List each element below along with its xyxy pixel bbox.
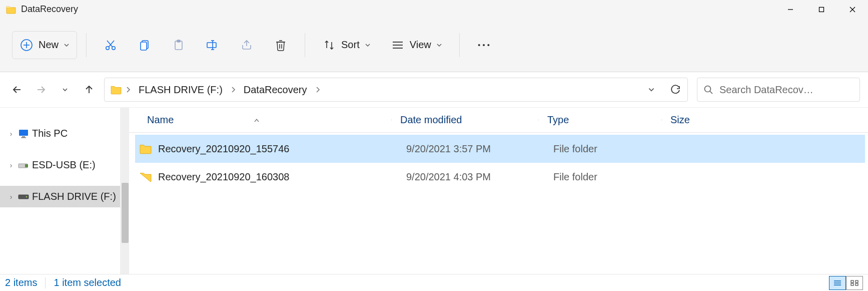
tree-item-flash-drive[interactable]: › FLASH DRIVE (F:) (0, 186, 129, 207)
column-label: Size (670, 114, 690, 125)
file-name: Recovery_20210920_155746 (158, 143, 289, 155)
address-history-button[interactable] (639, 78, 663, 101)
maximize-button[interactable] (806, 1, 837, 19)
status-separator (45, 277, 46, 288)
breadcrumb-item[interactable]: FLASH DRIVE (F:) (135, 81, 227, 99)
trash-icon (274, 38, 288, 52)
svg-point-33 (705, 86, 711, 92)
chevron-right-icon[interactable] (229, 86, 238, 93)
folder-icon (111, 85, 122, 95)
file-date: 9/20/2021 4:03 PM (397, 171, 544, 183)
column-size[interactable]: Size (661, 114, 868, 126)
column-label: Name (147, 114, 174, 126)
forward-button[interactable] (32, 81, 50, 99)
address-bar[interactable]: FLASH DRIVE (F:) DataRecovery (104, 78, 688, 102)
back-button[interactable] (8, 81, 26, 99)
clipboard-icon (172, 38, 186, 52)
svg-rect-1 (819, 7, 824, 12)
copy-icon (138, 38, 152, 52)
chevron-down-icon (436, 42, 442, 48)
breadcrumb-item[interactable]: DataRecovery (240, 81, 311, 99)
svg-point-27 (478, 44, 480, 46)
monitor-icon (18, 128, 29, 139)
expand-icon[interactable]: › (7, 130, 15, 138)
cut-button[interactable] (96, 31, 126, 59)
recent-locations-button[interactable] (56, 81, 74, 99)
folder-icon (139, 171, 152, 182)
column-type[interactable]: Type (538, 114, 661, 126)
rename-icon (206, 38, 220, 52)
svg-rect-39 (25, 164, 28, 167)
svg-rect-36 (22, 136, 25, 137)
svg-rect-47 (851, 283, 853, 285)
tree-item-label: FLASH DRIVE (F:) (32, 191, 116, 202)
delete-button[interactable] (266, 31, 296, 59)
minimize-button[interactable] (775, 1, 806, 19)
drive-icon (18, 191, 29, 202)
file-row[interactable]: Recovery_20210920_160308 9/20/2021 4:03 … (135, 163, 865, 191)
tree-item-label: This PC (32, 128, 68, 139)
titlebar: DataRecovery (0, 0, 868, 18)
column-label: Type (547, 114, 569, 125)
window-title: DataRecovery (21, 4, 78, 15)
share-button[interactable] (232, 31, 262, 59)
chevron-right-icon[interactable] (313, 86, 322, 93)
view-button[interactable]: View (383, 31, 450, 59)
copy-button[interactable] (130, 31, 160, 59)
svg-point-29 (487, 44, 489, 46)
folder-icon (6, 5, 16, 14)
tree-item-label: ESD-USB (E:) (32, 159, 96, 171)
more-icon (477, 38, 491, 52)
up-button[interactable] (80, 81, 98, 99)
list-icon (391, 38, 405, 52)
svg-rect-14 (177, 40, 180, 42)
path-row: FLASH DRIVE (F:) DataRecovery (0, 72, 868, 107)
thumbnails-view-button[interactable] (846, 276, 863, 290)
refresh-button[interactable] (663, 78, 687, 101)
expand-icon[interactable]: › (7, 193, 15, 201)
tree-item-esd-usb[interactable]: › ESD-USB (E:) (0, 154, 129, 176)
details-view-button[interactable] (829, 276, 846, 290)
folder-icon (139, 143, 152, 154)
more-button[interactable] (469, 31, 499, 59)
search-input[interactable] (719, 84, 853, 96)
chevron-right-icon[interactable] (124, 86, 133, 93)
column-name[interactable]: Name (129, 114, 391, 126)
new-button[interactable]: New (12, 31, 77, 59)
file-row[interactable]: Recovery_20210920_155746 9/20/2021 3:57 … (135, 135, 865, 163)
breadcrumb-label: DataRecovery (244, 84, 307, 96)
status-bar: 2 items 1 item selected (0, 274, 868, 291)
rename-button[interactable] (198, 31, 228, 59)
column-headers: Name Date modified Type Size (129, 108, 868, 133)
search-box[interactable] (697, 78, 860, 102)
sort-indicator-icon (254, 118, 260, 123)
toolbar-separator (459, 33, 460, 57)
close-button[interactable] (837, 1, 868, 19)
svg-point-28 (483, 44, 485, 46)
file-list: Name Date modified Type Size Recovery_20… (129, 108, 868, 274)
svg-rect-35 (19, 130, 28, 136)
search-icon (703, 85, 713, 95)
plus-circle-icon (20, 38, 34, 52)
chevron-down-icon (64, 42, 70, 48)
usb-icon (18, 160, 29, 171)
tree-item-this-pc[interactable]: › This PC (0, 123, 129, 144)
status-item-count: 2 items (5, 277, 37, 288)
expand-icon[interactable]: › (7, 161, 15, 169)
file-date: 9/20/2021 3:57 PM (397, 143, 544, 155)
toolbar: New (0, 18, 868, 72)
view-button-label: View (410, 39, 431, 51)
svg-rect-37 (21, 137, 26, 138)
file-type: File folder (544, 171, 667, 183)
paste-button[interactable] (164, 31, 194, 59)
svg-line-34 (710, 91, 712, 94)
file-type: File folder (544, 143, 667, 155)
scissors-icon (104, 38, 118, 52)
scrollbar-thumb[interactable] (122, 183, 129, 243)
column-date[interactable]: Date modified (391, 114, 538, 126)
sort-button[interactable]: Sort (314, 31, 379, 59)
svg-rect-48 (855, 283, 858, 285)
breadcrumb-label: FLASH DRIVE (F:) (139, 84, 223, 96)
svg-rect-45 (851, 280, 853, 282)
new-button-label: New (39, 39, 59, 51)
